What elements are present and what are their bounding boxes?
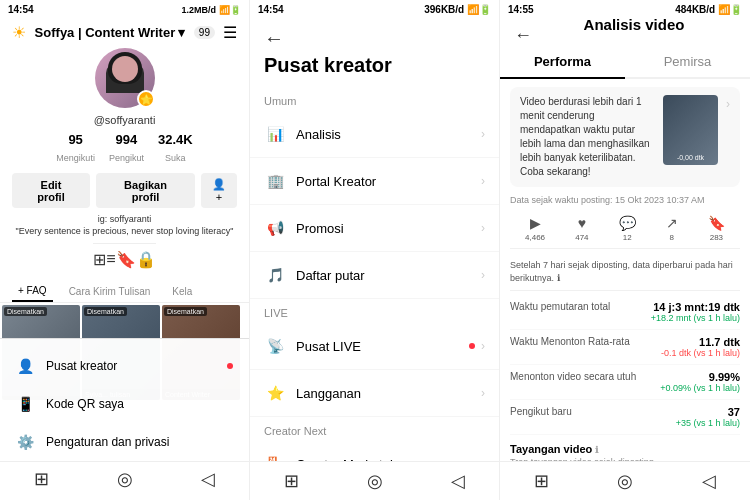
avatar: ⭐ — [95, 48, 155, 108]
chevron-live: › — [481, 339, 485, 353]
menu-pengaturan[interactable]: ⚙️ Pengaturan dan privasi — [0, 423, 249, 461]
bottom-nav-1: ⊞ ◎ ◁ — [0, 461, 249, 496]
menu-analisis[interactable]: 📊 Analisis › — [250, 111, 499, 158]
bookmark-icon: 🔖 — [708, 215, 725, 231]
chevron-promosi: › — [481, 221, 485, 235]
nav-circle-3[interactable]: ◎ — [617, 470, 633, 492]
edit-profile-button[interactable]: Edit profil — [12, 173, 90, 208]
tip-box[interactable]: Video berdurasi lebih dari 1 menit cende… — [510, 87, 740, 187]
status-icons-2: 396KB/d 📶🔋 — [424, 4, 491, 15]
profile-tabs: ⊞ ≡ 🔖 🔒 — [93, 243, 155, 275]
tab-cara-kirim[interactable]: Cara Kirim Tulisan — [63, 281, 157, 302]
metric-saves: 🔖 283 — [708, 215, 725, 242]
metric-comments: 💬 12 — [619, 215, 636, 242]
menu-langganan[interactable]: ⭐ Langganan › — [250, 370, 499, 417]
back-button-3[interactable]: ← — [514, 25, 532, 46]
status-icons-1: 1.2MB/d 📶🔋 — [181, 5, 241, 15]
star-badge: ⭐ — [137, 90, 155, 108]
username: @soffyaranti — [94, 114, 156, 126]
comment-icon: 💬 — [619, 215, 636, 231]
panel-profile: 14:54 1.2MB/d 📶🔋 ☀ Soffya | Content Writ… — [0, 0, 250, 500]
metric-plays: ▶ 4,466 — [525, 215, 545, 242]
daftar-putar-icon: 🎵 — [264, 264, 286, 286]
stat-val-1: 11.7 dtk -0.1 dtk (vs 1 h lalu) — [661, 336, 740, 358]
tab-performa[interactable]: Performa — [500, 46, 625, 79]
status-icons-3: 484KB/d 📶🔋 — [675, 4, 742, 15]
share-profile-button[interactable]: Bagikan profil — [96, 173, 195, 208]
timestamp: Data sejak waktu posting: 15 Okt 2023 10… — [510, 195, 740, 205]
thumb-3-badge: Disematkan — [164, 307, 207, 316]
creator-hub-title: Pusat kreator — [264, 54, 485, 77]
list-tab-icon[interactable]: ≡ — [106, 250, 115, 269]
menu-creator-marketplace[interactable]: 🏪 Creator Marketplace › — [250, 441, 499, 461]
nav-back-1[interactable]: ◁ — [201, 468, 215, 490]
chevron-portal: › — [481, 174, 485, 188]
profile-name: Soffya | Content Writer ▾ — [35, 25, 186, 40]
bottom-nav-3: ⊞ ◎ ◁ — [500, 461, 750, 500]
nav-home-3[interactable]: ⊞ — [534, 470, 549, 492]
stat-waktu-menonton: Waktu Menonton Rata-rata 11.7 dtk -0.1 d… — [510, 330, 740, 365]
menu-pusat-live[interactable]: 📡 Pusat LIVE › — [250, 323, 499, 370]
profile-actions: Edit profil Bagikan profil 👤+ — [12, 173, 237, 208]
menu-daftar-putar[interactable]: 🎵 Daftar putar › — [250, 252, 499, 299]
update-notice: Setelah 7 hari sejak diposting, data dip… — [510, 253, 740, 291]
analytics-header: ← Analisis video — [500, 19, 750, 46]
share-icon: ↗ — [666, 215, 678, 231]
status-bar-2: 14:54 396KB/d 📶🔋 — [250, 0, 499, 19]
menu-pusat-kreator[interactable]: 👤 Pusat kreator — [0, 347, 249, 385]
nav-back-3[interactable]: ◁ — [702, 470, 716, 492]
panel-video-analytics: 14:55 484KB/d 📶🔋 ← Analisis video Perfor… — [500, 0, 750, 500]
tab-faq[interactable]: + FAQ — [12, 281, 53, 302]
nav-home-2[interactable]: ⊞ — [284, 470, 299, 492]
tip-chevron: › — [726, 97, 730, 111]
stats-row: 95 Mengikuti 994 Pengikut 32.4K Suka — [56, 132, 192, 165]
time-3: 14:55 — [508, 4, 534, 15]
creator-hub-scroll: Umum 📊 Analisis › 🏢 Portal Kreator › 📢 P… — [250, 87, 499, 461]
lock-tab-icon[interactable]: 🔒 — [136, 250, 156, 269]
metric-likes: ♥ 474 — [575, 215, 588, 242]
stat-likes: 32.4K Suka — [158, 132, 193, 165]
tab-pemirsa[interactable]: Pemirsa — [625, 46, 750, 77]
nav-home-1[interactable]: ⊞ — [34, 468, 49, 490]
add-friend-button[interactable]: 👤+ — [201, 173, 237, 208]
time-1: 14:54 — [8, 4, 34, 15]
bottom-menu: 👤 Pusat kreator 📱 Kode QR saya ⚙️ Pengat… — [0, 338, 249, 500]
profile-top-bar: ☀ Soffya | Content Writer ▾ 99 ☰ — [12, 23, 237, 42]
analytics-title: Analisis video — [532, 16, 736, 39]
video-thumbnail: -0,00 dtk — [663, 95, 718, 165]
nav-circle-1[interactable]: ◎ — [117, 468, 133, 490]
status-bar-1: 14:54 1.2MB/d 📶🔋 — [0, 0, 249, 19]
nav-circle-2[interactable]: ◎ — [367, 470, 383, 492]
pengaturan-icon: ⚙️ — [16, 433, 34, 451]
analytics-tabs: Performa Pemirsa — [500, 46, 750, 79]
sun-icon: ☀ — [12, 23, 26, 42]
stat-val-0: 14 j:3 mnt:19 dtk +18.2 mnt (vs 1 h lalu… — [651, 301, 740, 323]
profile-top-icons: 99 ☰ — [194, 23, 237, 42]
kode-qr-icon: 📱 — [16, 395, 34, 413]
analytics-scroll: Video berdurasi lebih dari 1 menit cende… — [500, 79, 750, 461]
stat-following: 95 Mengikuti — [56, 132, 95, 165]
portal-icon: 🏢 — [264, 170, 286, 192]
stat-val-3: 37 +35 (vs 1 h lalu) — [676, 406, 740, 428]
profile-header: ☀ Soffya | Content Writer ▾ 99 ☰ ⭐ @soff… — [0, 19, 249, 281]
chevron-daftar: › — [481, 268, 485, 282]
chevron-analisis: › — [481, 127, 485, 141]
menu-portal-kreator[interactable]: 🏢 Portal Kreator › — [250, 158, 499, 205]
stat-menonton-utuh: Menonton video secara utuh 9.99% +0.09% … — [510, 365, 740, 400]
time-2: 14:54 — [258, 4, 284, 15]
view-section-title: Tayangan video ℹ — [510, 435, 740, 457]
bio-text: ig: soffyaranti "Every sentence is preci… — [16, 214, 234, 237]
menu-icon[interactable]: ☰ — [223, 23, 237, 42]
bookmark-tab-icon[interactable]: 🔖 — [116, 250, 136, 269]
thumb-2-badge: Disematkan — [84, 307, 127, 316]
nav-back-2[interactable]: ◁ — [451, 470, 465, 492]
section-live: LIVE — [250, 299, 499, 323]
tip-text: Video berdurasi lebih dari 1 menit cende… — [520, 95, 655, 179]
menu-promosi[interactable]: 📢 Promosi › — [250, 205, 499, 252]
stat-pengikut-baru: Pengikut baru 37 +35 (vs 1 h lalu) — [510, 400, 740, 435]
tab-kela[interactable]: Kela — [166, 281, 198, 302]
back-button-2[interactable]: ← — [264, 27, 485, 50]
menu-kode-qr[interactable]: 📱 Kode QR saya — [0, 385, 249, 423]
analisis-icon: 📊 — [264, 123, 286, 145]
grid-tab-icon[interactable]: ⊞ — [93, 250, 106, 269]
